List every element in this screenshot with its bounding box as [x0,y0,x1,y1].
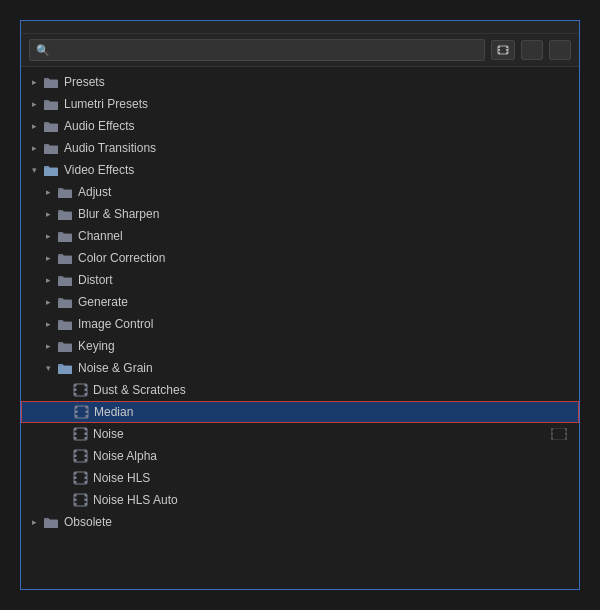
svg-rect-53 [85,450,88,453]
svg-rect-54 [85,455,88,458]
btn-yuv[interactable] [549,40,571,60]
tree-item-generate[interactable]: Generate [21,291,579,313]
tree-item-channel[interactable]: Channel [21,225,579,247]
chevron-lumetri[interactable] [27,97,41,111]
svg-rect-1 [498,46,500,48]
svg-rect-60 [85,472,88,475]
item-label-noise: Noise [93,427,124,441]
chevron-presets[interactable] [27,75,41,89]
svg-rect-69 [85,503,88,506]
chevron-distort[interactable] [41,273,55,287]
tree-item-median[interactable]: Median [21,401,579,423]
svg-rect-13 [58,212,72,220]
svg-rect-40 [85,433,88,436]
svg-rect-22 [74,384,77,387]
svg-rect-68 [85,499,88,502]
svg-rect-62 [85,481,88,484]
svg-rect-24 [74,393,77,396]
svg-rect-19 [58,344,72,352]
filmstrip-button[interactable] [491,40,515,60]
toolbar: 🔍 [21,34,579,67]
item-label-distort: Distort [78,273,113,287]
effects-panel: 🔍 Presets Lumetri Presets [20,20,580,590]
svg-rect-52 [74,459,77,462]
svg-rect-48 [565,437,567,440]
tree-item-dust-scratches[interactable]: Dust & Scratches [21,379,579,401]
chevron-generate[interactable] [41,295,55,309]
chevron-keying[interactable] [41,339,55,353]
chevron-video-effects[interactable] [27,163,41,177]
tree-item-noise-hls[interactable]: Noise HLS [21,467,579,489]
tree-item-lumetri[interactable]: Lumetri Presets [21,93,579,115]
item-label-lumetri: Lumetri Presets [64,97,148,111]
item-label-color-correction: Color Correction [78,251,165,265]
chevron-channel[interactable] [41,229,55,243]
svg-rect-64 [74,494,77,497]
svg-rect-32 [86,406,89,409]
item-label-dust-scratches: Dust & Scratches [93,383,186,397]
tree-item-blur-sharpen[interactable]: Blur & Sharpen [21,203,579,225]
svg-rect-67 [85,494,88,497]
svg-rect-34 [86,415,89,418]
chevron-adjust[interactable] [41,185,55,199]
svg-rect-58 [74,477,77,480]
item-label-noise-alpha: Noise Alpha [93,449,157,463]
svg-rect-50 [74,450,77,453]
tree-item-noise-alpha[interactable]: Noise Alpha [21,445,579,467]
panel-header [21,21,579,34]
chevron-blur-sharpen[interactable] [41,207,55,221]
svg-rect-27 [85,393,88,396]
tree-item-video-effects[interactable]: Video Effects [21,159,579,181]
effects-tree[interactable]: Presets Lumetri Presets Audio Effects Au… [21,67,579,589]
item-label-audio-transitions: Audio Transitions [64,141,156,155]
tree-item-keying[interactable]: Keying [21,335,579,357]
item-label-noise-hls: Noise HLS [93,471,150,485]
tree-item-noise-hls-auto[interactable]: Noise HLS Auto [21,489,579,511]
svg-rect-26 [85,389,88,392]
search-input[interactable] [54,43,478,57]
chevron-image-control[interactable] [41,317,55,331]
svg-rect-18 [58,322,72,330]
svg-rect-9 [44,124,58,132]
tree-item-distort[interactable]: Distort [21,269,579,291]
tree-item-audio-effects[interactable]: Audio Effects [21,115,579,137]
item-label-presets: Presets [64,75,105,89]
tree-item-color-correction[interactable]: Color Correction [21,247,579,269]
svg-rect-3 [498,52,500,54]
item-label-audio-effects: Audio Effects [64,119,135,133]
tree-item-obsolete[interactable]: Obsolete [21,511,579,533]
item-label-image-control: Image Control [78,317,153,331]
item-label-obsolete: Obsolete [64,515,112,529]
chevron-audio-effects[interactable] [27,119,41,133]
svg-rect-46 [565,428,567,431]
tree-item-noise[interactable]: Noise [21,423,579,445]
svg-rect-12 [58,190,72,198]
svg-rect-10 [44,146,58,154]
svg-rect-51 [74,455,77,458]
svg-rect-70 [44,520,58,528]
chevron-noise-grain[interactable] [41,361,55,375]
svg-rect-37 [74,433,77,436]
tree-item-presets[interactable]: Presets [21,71,579,93]
search-icon: 🔍 [36,44,50,57]
item-label-noise-grain: Noise & Grain [78,361,153,375]
svg-rect-23 [74,389,77,392]
svg-rect-42 [551,428,567,440]
svg-rect-66 [74,503,77,506]
search-box[interactable]: 🔍 [29,39,485,61]
tree-item-adjust[interactable]: Adjust [21,181,579,203]
tree-item-image-control[interactable]: Image Control [21,313,579,335]
item-label-keying: Keying [78,339,115,353]
chevron-obsolete[interactable] [27,515,41,529]
tree-item-noise-grain[interactable]: Noise & Grain [21,357,579,379]
btn-32[interactable] [521,40,543,60]
tree-item-audio-transitions[interactable]: Audio Transitions [21,137,579,159]
svg-rect-39 [85,428,88,431]
chevron-color-correction[interactable] [41,251,55,265]
svg-rect-16 [58,278,72,286]
svg-rect-59 [74,481,77,484]
chevron-audio-transitions[interactable] [27,141,41,155]
svg-rect-14 [58,234,72,242]
svg-rect-33 [86,411,89,414]
svg-rect-6 [506,52,508,54]
